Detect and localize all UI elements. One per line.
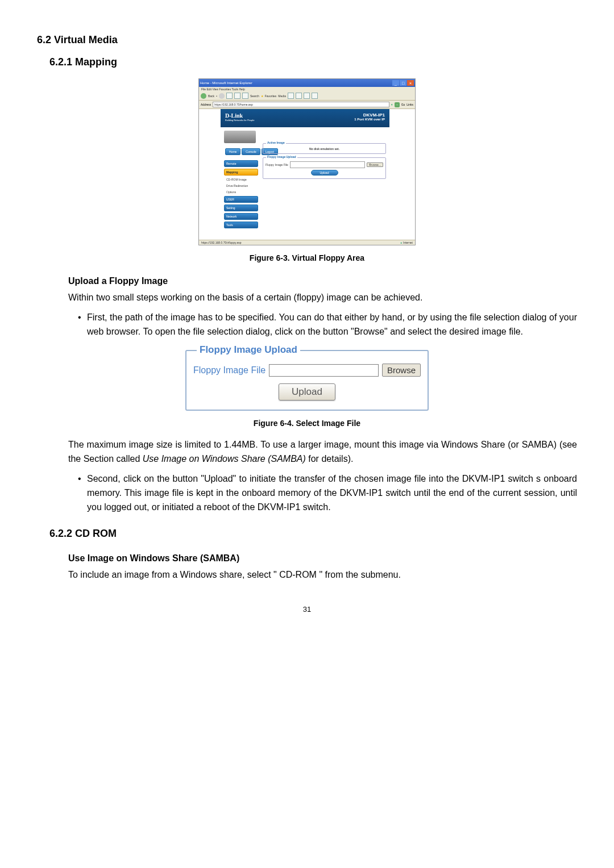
active-image-msg: No disk emulation set. [265, 147, 383, 151]
floppy-file-input[interactable] [290, 161, 365, 168]
product-header: D-Link Building Networks for People DKVM… [221, 109, 389, 127]
heading-6-2-1: 6.2.1 Mapping [49, 56, 577, 68]
browse-button-small[interactable]: Browse... [367, 162, 383, 167]
fig64-legend: Floppy Image Upload [197, 344, 300, 356]
favorites-label[interactable]: Favorites [265, 94, 277, 98]
ie-titlebar: Home - Microsoft Internet Explorer _ □ × [199, 79, 415, 87]
fig64-browse-button[interactable]: Browse [382, 364, 421, 377]
heading-upload-floppy: Upload a Floppy Image [68, 276, 577, 286]
product-desc: 1 Port KVM over IP [354, 118, 385, 121]
device-image [224, 131, 256, 143]
status-url: https://192.168.0.70/vfloppy.asp [201, 241, 242, 244]
legend-active-image: Active Image [266, 141, 286, 144]
close-icon[interactable]: × [407, 80, 414, 86]
ie-statusbar: https://192.168.0.70/vfloppy.asp Interne… [199, 240, 415, 245]
floppy-file-label: Floppy Image File [265, 163, 288, 166]
sidebar: Home Console Logout Remote Mapping CD-RO… [224, 131, 258, 228]
sidebar-item-mapping[interactable]: Mapping [224, 169, 258, 176]
home-icon[interactable] [242, 93, 248, 99]
minimize-icon[interactable]: _ [392, 80, 399, 86]
fieldset-active-image: Active Image No disk emulation set. [263, 143, 386, 154]
history-icon[interactable] [288, 93, 294, 99]
sidebar-sub-drive[interactable]: Drive Redirection [224, 183, 258, 188]
product-name: DKVM-IP1 [363, 112, 385, 118]
tab-home[interactable]: Home [225, 148, 240, 155]
bullet-first: First, the path of the image has to be s… [78, 311, 577, 339]
paragraph-samba: To include an image from a Windows share… [68, 568, 577, 582]
sidebar-item-network[interactable]: Network [224, 213, 258, 220]
heading-6-2-2: 6.2.2 CD ROM [49, 528, 577, 540]
figure-6-3-caption: Figure 6-3. Virtual Floppy Area [37, 253, 577, 262]
ie-menubar[interactable]: File Edit View Favorites Tools Help [199, 87, 415, 91]
heading-samba: Use Image on Windows Share (SAMBA) [68, 553, 577, 564]
mail-icon[interactable] [296, 93, 302, 99]
stop-icon[interactable] [226, 93, 233, 99]
sidebar-sub-cdrom[interactable]: CD-ROM Image [224, 177, 258, 182]
main-area: Active Image No disk emulation set. Flop… [258, 131, 386, 228]
brand-logo: D-Link [225, 112, 243, 119]
links-label[interactable]: Links [406, 103, 413, 106]
paragraph-intro: Within two small steps working on the ba… [68, 291, 577, 305]
window-title: Home - Microsoft Internet Explorer [200, 81, 252, 85]
fig64-label: Floppy Image File [193, 365, 265, 375]
legend-floppy-upload: Floppy Image Upload [266, 155, 297, 158]
bullet-second: Second, click on the button "Upload" to … [78, 472, 577, 514]
maximize-icon[interactable]: □ [400, 80, 406, 86]
fieldset-floppy-upload: Floppy Image Upload Floppy Image File Br… [263, 157, 386, 179]
back-label: Back [208, 94, 214, 98]
sidebar-item-remote[interactable]: Remote [224, 160, 258, 167]
upload-button-small[interactable]: Upload [311, 170, 338, 176]
brand-tagline: Building Networks for People [225, 119, 254, 122]
sidebar-item-user[interactable]: USER [224, 196, 258, 203]
refresh-icon[interactable] [234, 93, 240, 99]
status-zone: Internet [400, 241, 413, 244]
fig64-file-input[interactable] [269, 364, 379, 377]
search-label[interactable]: Search [250, 94, 259, 98]
fig64-upload-button[interactable]: Upload [279, 383, 335, 400]
edit-icon[interactable] [312, 93, 318, 99]
ie-addressbar: Address https://192.168.0.70/home.asp ▾ … [199, 101, 415, 109]
forward-icon[interactable] [219, 93, 225, 99]
print-icon[interactable] [304, 93, 310, 99]
page-number: 31 [37, 605, 577, 614]
go-button[interactable]: → [395, 102, 400, 107]
back-icon[interactable] [201, 93, 206, 99]
address-input[interactable]: https://192.168.0.70/home.asp [213, 102, 389, 107]
heading-6-2: 6.2 Virtual Media [37, 34, 577, 46]
paragraph-maxsize: The maximum image size is limited to 1.4… [68, 438, 577, 466]
figure-6-3: Home - Microsoft Internet Explorer _ □ ×… [198, 78, 416, 245]
sidebar-item-tools[interactable]: Tools [224, 222, 258, 228]
figure-6-4-caption: Figure 6-4. Select Image File [37, 419, 577, 428]
media-label[interactable]: Media [278, 94, 286, 98]
figure-6-4: Floppy Image Upload Floppy Image File Br… [185, 350, 429, 411]
sidebar-sub-options[interactable]: Options [224, 190, 258, 194]
tab-console[interactable]: Console [242, 148, 260, 155]
sidebar-item-setting[interactable]: Setting [224, 205, 258, 211]
address-label: Address [201, 103, 211, 106]
go-label: Go [401, 103, 405, 106]
ie-toolbar[interactable]: Back • Search ★ Favorites Media [199, 91, 415, 101]
